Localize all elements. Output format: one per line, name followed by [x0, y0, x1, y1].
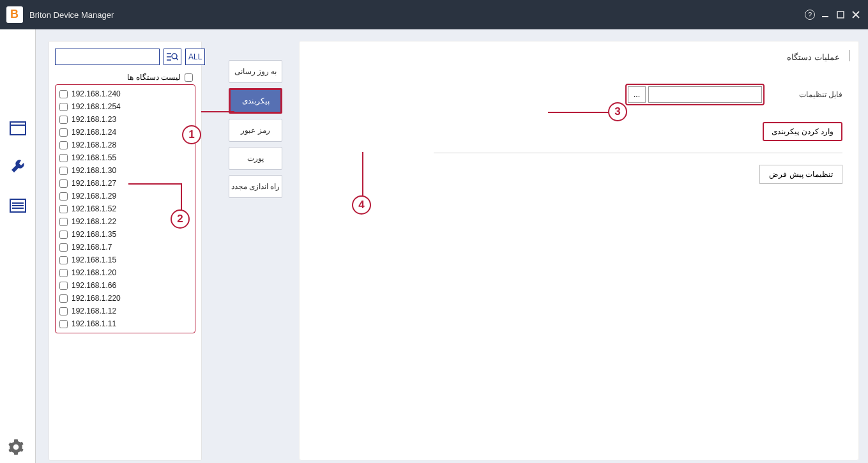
file-input[interactable]	[648, 86, 762, 103]
tab-reboot[interactable]: راه اندازی مجدد	[229, 175, 282, 198]
tab-update[interactable]: به روز رسانی	[229, 60, 282, 83]
search-button[interactable]	[164, 49, 181, 65]
svg-point-13	[172, 54, 177, 59]
callout-2-line-v	[181, 183, 182, 211]
device-item[interactable]: 192.168.1.28	[59, 139, 191, 151]
titlebar: Briton Device Manager ?	[0, 0, 868, 29]
device-checkbox[interactable]	[59, 256, 68, 264]
device-checkbox[interactable]	[59, 282, 68, 290]
device-item[interactable]: 192.168.1.7	[59, 241, 191, 254]
device-checkbox[interactable]	[59, 307, 68, 315]
device-checkbox[interactable]	[59, 103, 68, 111]
close-icon	[851, 10, 860, 19]
device-item[interactable]: 192.168.1.254	[59, 100, 191, 113]
device-checkbox[interactable]	[59, 128, 68, 137]
device-item[interactable]: 192.168.1.52	[59, 202, 191, 215]
device-ip: 192.168.1.52	[72, 204, 116, 213]
callout-2: 2	[171, 209, 190, 229]
close-button[interactable]	[850, 9, 862, 20]
device-checkbox[interactable]	[59, 231, 68, 239]
device-item[interactable]: 192.168.1.29	[59, 190, 191, 202]
device-ip: 192.168.1.20	[72, 268, 116, 277]
device-ip: 192.168.1.254	[72, 102, 121, 111]
device-checkbox[interactable]	[59, 269, 68, 277]
operations-title: عملیات دستگاه	[316, 52, 842, 62]
device-item[interactable]: 192.168.1.12	[59, 305, 191, 317]
device-checkbox[interactable]	[59, 192, 68, 201]
device-ip: 192.168.1.24	[72, 128, 116, 137]
device-panel: ALL لیست دستگاه ها 192.168.1.240192.168.…	[49, 41, 202, 460]
tab-column: به روز رسانی پیکربندی رمز عبور پورت راه …	[229, 41, 282, 463]
all-button[interactable]: ALL	[185, 49, 205, 65]
help-button[interactable]: ?	[804, 9, 816, 20]
device-ip: 192.168.1.22	[72, 217, 116, 226]
device-ip: 192.168.1.29	[72, 192, 116, 201]
device-item[interactable]: 192.168.1.15	[59, 254, 191, 266]
device-list-header-label: لیست دستگاه ها	[127, 73, 181, 82]
list-icon[interactable]	[8, 195, 28, 216]
import-config-button[interactable]: وارد کردن پیکربندی	[763, 122, 842, 141]
select-all-checkbox[interactable]	[185, 73, 193, 82]
device-item[interactable]: 192.168.1.220	[59, 292, 191, 305]
device-item[interactable]: 192.168.1.55	[59, 151, 191, 164]
default-settings-button[interactable]: تنظیمات پیش فرض	[759, 165, 842, 184]
maximize-icon	[836, 10, 845, 19]
device-checkbox[interactable]	[59, 141, 68, 149]
device-item[interactable]: 192.168.1.24	[59, 126, 191, 139]
app-title: Briton Device Manager	[29, 10, 114, 20]
device-ip: 192.168.1.7	[72, 243, 112, 252]
device-ip: 192.168.1.23	[72, 115, 116, 124]
svg-rect-1	[837, 11, 844, 18]
device-ip: 192.168.1.27	[72, 179, 116, 188]
help-icon: ?	[805, 10, 815, 20]
file-input-group: ...	[625, 84, 765, 105]
minimize-icon	[821, 10, 830, 19]
tab-config[interactable]: پیکربندی	[229, 88, 282, 114]
main-area: ALL لیست دستگاه ها 192.168.1.240192.168.…	[0, 29, 868, 463]
device-checkbox[interactable]	[59, 218, 68, 226]
device-checkbox[interactable]	[59, 116, 68, 124]
left-rail	[0, 29, 36, 463]
device-item[interactable]: 192.168.1.35	[59, 228, 191, 241]
file-row: فایل تنظیمات ...	[316, 84, 842, 105]
device-item[interactable]: 192.168.1.240	[59, 87, 191, 100]
device-checkbox[interactable]	[59, 243, 68, 252]
device-ip: 192.168.1.15	[72, 255, 116, 264]
device-checkbox[interactable]	[59, 167, 68, 175]
device-item[interactable]: 192.168.1.23	[59, 113, 191, 126]
device-list-header: لیست دستگاه ها	[55, 73, 195, 82]
device-checkbox[interactable]	[59, 205, 68, 213]
device-checkbox[interactable]	[59, 320, 68, 328]
callout-1-line	[201, 111, 234, 112]
device-item[interactable]: 192.168.1.66	[59, 279, 191, 292]
device-item[interactable]: 192.168.1.20	[59, 266, 191, 279]
callout-2-line-h	[128, 183, 182, 185]
callout-4: 4	[352, 195, 371, 215]
device-ip: 192.168.1.28	[72, 140, 116, 149]
device-list: 192.168.1.240192.168.1.254192.168.1.2319…	[55, 84, 195, 333]
device-item[interactable]: 192.168.1.11	[59, 317, 191, 330]
search-input[interactable]	[55, 49, 160, 65]
device-ip: 192.168.1.55	[72, 153, 116, 162]
device-checkbox[interactable]	[59, 294, 68, 303]
operations-panel: عملیات دستگاه فایل تنظیمات ... وارد کردن…	[299, 41, 859, 460]
device-checkbox[interactable]	[59, 90, 68, 98]
settings-button[interactable]	[8, 439, 26, 457]
device-checkbox[interactable]	[59, 179, 68, 188]
tab-password[interactable]: رمز عبور	[229, 119, 282, 142]
device-ip: 192.168.1.35	[72, 230, 116, 239]
wrench-icon[interactable]	[8, 157, 28, 178]
file-label: فایل تنظیمات	[798, 90, 842, 99]
browse-button[interactable]: ...	[628, 86, 646, 103]
device-checkbox[interactable]	[59, 154, 68, 162]
device-item[interactable]: 192.168.1.30	[59, 164, 191, 177]
title-divider	[849, 50, 850, 61]
window-icon[interactable]	[8, 119, 28, 139]
gear-icon	[8, 439, 24, 455]
svg-rect-4	[10, 122, 26, 135]
maximize-button[interactable]	[835, 9, 846, 20]
titlebar-left: Briton Device Manager	[6, 6, 114, 23]
tab-port[interactable]: پورت	[229, 147, 282, 170]
minimize-button[interactable]	[819, 9, 831, 20]
search-row: ALL	[55, 49, 195, 65]
